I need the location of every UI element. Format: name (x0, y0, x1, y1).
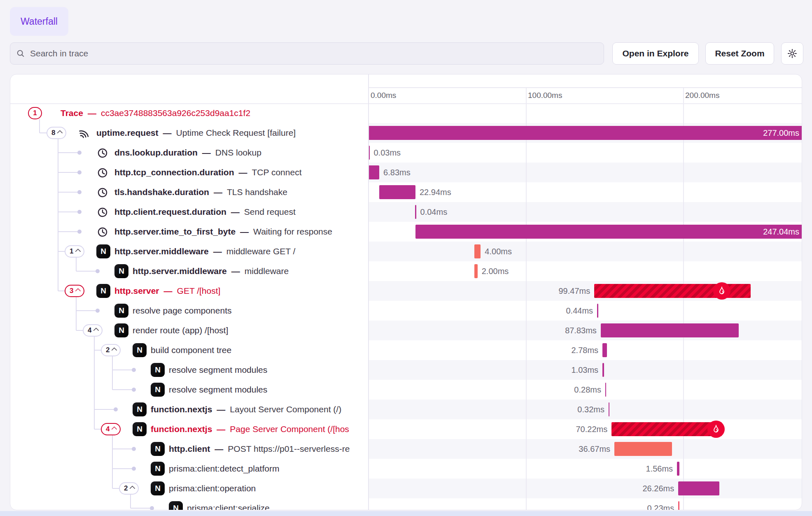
timeline-gridline (526, 87, 527, 510)
span-row[interactable]: 2Nprisma:client:operation (10, 479, 368, 498)
span-duration-label: 2.00ms (482, 261, 509, 281)
span-bar[interactable] (602, 363, 604, 377)
span-op: http.client (169, 444, 210, 454)
separator: — (231, 266, 240, 276)
span-count-pill[interactable]: 8 (47, 127, 66, 139)
span-description: middleware GET / (226, 246, 296, 256)
span-duration-label: 99.47ms (558, 281, 590, 301)
span-description: TLS handshake (227, 187, 287, 197)
span-row[interactable]: 1Nhttp.server.middleware—middleware GET … (10, 242, 368, 261)
span-op: tls.handshake.duration (114, 187, 209, 197)
span-bar[interactable] (678, 481, 719, 495)
span-description: prisma:client:operation (169, 483, 256, 493)
span-row[interactable]: 2Nbuild component tree (10, 340, 368, 360)
span-count-pill[interactable]: 2 (119, 482, 139, 495)
search-input[interactable] (29, 48, 566, 59)
clock-icon (96, 206, 109, 218)
span-bar[interactable] (614, 442, 672, 456)
separator: — (163, 128, 172, 138)
span-duration-label: 36.67ms (579, 439, 610, 459)
span-count: 2 (106, 346, 110, 354)
span-count-pill[interactable]: 4 (101, 423, 121, 435)
span-row[interactable]: tls.handshake.duration—TLS handshake (10, 182, 368, 202)
span-title: http.server—GET /[host] (114, 281, 220, 301)
span-title: dns.lookup.duration—DNS lookup (114, 143, 261, 163)
span-bar[interactable] (369, 126, 802, 140)
timeline-tick: 0.00ms (371, 87, 396, 103)
span-row[interactable]: dns.lookup.duration—DNS lookup (10, 143, 368, 163)
trace-row[interactable]: 1Trace—cc3ae3748883563a926c253d9aa1c1f2 (10, 103, 368, 123)
span-row[interactable]: Nresolve segment modules (10, 380, 368, 400)
span-title: prisma:client:detect_platform (169, 459, 279, 479)
span-bar[interactable] (611, 422, 722, 436)
span-bar[interactable] (474, 264, 478, 278)
span-row[interactable]: Nfunction.nextjs—Layout Server Component… (10, 400, 368, 419)
panel-divider[interactable] (368, 74, 369, 510)
span-duration-label: 1.56ms (646, 459, 673, 479)
span-row[interactable]: Nresolve segment modules (10, 360, 368, 380)
span-bar[interactable] (605, 383, 607, 397)
span-count-pill[interactable]: 4 (83, 324, 103, 337)
chevron-up-icon (112, 426, 117, 432)
chevron-up-icon (75, 288, 81, 294)
span-duration-label: 4.00ms (485, 242, 512, 261)
span-bar[interactable] (369, 165, 379, 179)
span-row[interactable]: Nprisma:client:detect_platform (10, 459, 368, 479)
clock-icon (96, 146, 109, 159)
span-count-pill[interactable]: 1 (65, 245, 84, 258)
span-bar[interactable] (677, 462, 679, 476)
tab-waterfall[interactable]: Waterfall (10, 7, 68, 36)
span-bar[interactable] (415, 205, 416, 219)
nextjs-icon: N (114, 264, 128, 278)
reset-zoom-button[interactable]: Reset Zoom (705, 42, 774, 65)
span-row[interactable]: 4Nrender route (app) /[host] (10, 321, 368, 340)
span-title: http.client.request.duration—Send reques… (114, 202, 296, 222)
span-row[interactable]: 3Nhttp.server—GET /[host] (10, 281, 368, 301)
span-duration-label: 0.23ms (647, 498, 674, 510)
bottom-strip (0, 511, 812, 516)
magnifier-icon (16, 49, 25, 58)
span-row[interactable]: 8uptime.request—Uptime Check Request [fa… (10, 123, 368, 143)
span-duration-label: 0.44ms (566, 301, 593, 321)
span-row[interactable]: http.server.time_to_first_byte—Waiting f… (10, 222, 368, 242)
nextjs-icon: N (114, 304, 128, 318)
search-bar[interactable] (10, 42, 604, 65)
span-bar[interactable] (474, 244, 481, 258)
open-in-explore-button[interactable]: Open in Explore (612, 42, 699, 65)
nextjs-icon: N (133, 422, 147, 436)
span-count-pill[interactable]: 2 (101, 344, 121, 356)
span-description: Layout Server Component (/) (230, 404, 341, 414)
span-row[interactable]: Nprisma:client:serialize (10, 498, 368, 510)
chevron-up-icon (112, 347, 117, 353)
span-row[interactable]: 4Nfunction.nextjs—Page Server Component … (10, 419, 368, 439)
clock-icon (96, 166, 109, 179)
span-bar[interactable] (601, 323, 739, 337)
nextjs-icon: N (151, 383, 165, 397)
span-bar[interactable] (678, 501, 679, 510)
nextjs-icon: N (169, 501, 183, 510)
span-duration-label: 26.26ms (642, 479, 674, 498)
span-bar[interactable] (597, 304, 598, 318)
span-bar[interactable] (415, 225, 802, 239)
span-op: http.server.middleware (114, 246, 209, 256)
span-bar[interactable] (379, 185, 415, 199)
span-count-pill[interactable]: 1 (28, 107, 42, 119)
settings-button[interactable] (781, 42, 803, 65)
span-row[interactable]: Nhttp.client—POST https://p01--serverles… (10, 439, 368, 459)
span-title: http.server.time_to_first_byte—Waiting f… (114, 222, 332, 242)
span-title: prisma:client:operation (169, 479, 256, 498)
span-op: http.client.request.duration (114, 207, 226, 217)
span-duration-label: 247.04ms (763, 222, 799, 242)
chevron-up-icon (57, 130, 63, 136)
span-row[interactable]: Nresolve page components (10, 301, 368, 321)
span-description: DNS lookup (215, 148, 261, 158)
span-count-pill[interactable]: 3 (65, 285, 84, 297)
span-row[interactable]: http.tcp_connection.duration—TCP connect (10, 163, 368, 182)
span-row[interactable]: Nhttp.server.middleware—middleware (10, 261, 368, 281)
span-bar[interactable] (602, 343, 607, 357)
span-row[interactable]: http.client.request.duration—Send reques… (10, 202, 368, 222)
span-duration-label: 0.04ms (420, 202, 448, 222)
nextjs-icon: N (151, 442, 165, 456)
span-description: prisma:client:detect_platform (169, 464, 279, 474)
span-description: middleware (245, 266, 289, 276)
